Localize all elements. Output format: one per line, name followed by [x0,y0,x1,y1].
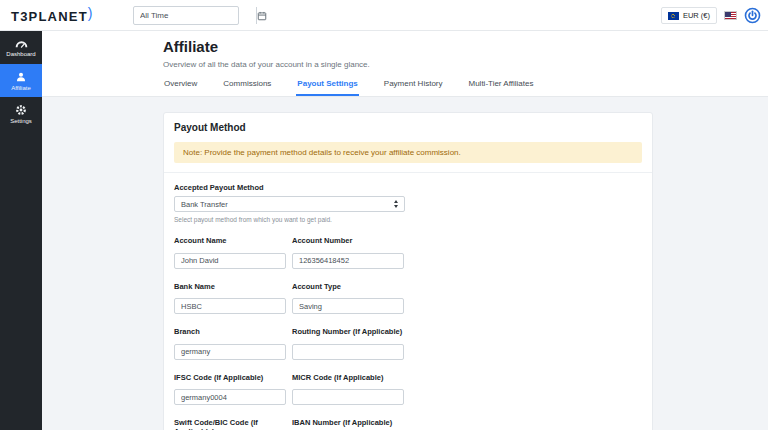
page-subtitle: Overview of all the data of your account… [163,60,370,69]
account-type-label: Account Type [292,282,404,291]
micr-code-if-applicable-input[interactable] [292,389,404,405]
logo-arc-icon: ) [88,5,94,21]
card-title: Payout Method [174,122,642,133]
sidebar-item-affiliate[interactable]: Affiliate [0,64,42,97]
bank-name-input[interactable] [174,298,286,314]
micr-code-if-applicable-label: MICR Code (If Applicable) [292,373,404,382]
field-account-type: Account Type [292,282,404,315]
payout-method-value: Bank Transfer [181,200,228,209]
field-micr-code-if-applicable: MICR Code (If Applicable) [292,373,404,406]
tab-bar: OverviewCommissionsPayout SettingsPaymen… [163,75,534,96]
sidebar-label-affiliate: Affiliate [11,85,31,91]
field-ifsc-code-if-applicable: IFSC Code (If Applicable) [174,373,286,406]
account-type-input[interactable] [292,298,404,314]
date-range-filter [133,6,239,25]
top-bar: T3PLANET) EUR (€) [0,0,768,31]
user-icon [15,71,27,83]
tab-overview[interactable]: Overview [163,75,198,96]
field-iban-number-if-applicable: IBAN Number (If Applicable) [292,418,404,430]
field-branch: Branch [174,327,286,360]
logo[interactable]: T3PLANET) [11,8,94,24]
payout-method-group: Accepted Payout Method Bank Transfer Sel… [174,183,405,223]
sidebar-item-settings[interactable]: Settings [0,97,42,130]
payout-form: Accepted Payout Method Bank Transfer Sel… [164,173,652,430]
sidebar-label-dashboard: Dashboard [6,51,35,57]
currency-selector-button[interactable]: EUR (€) [661,7,717,24]
eu-flag-icon [668,12,679,20]
ifsc-code-if-applicable-label: IFSC Code (If Applicable) [174,373,286,382]
payout-method-select[interactable]: Bank Transfer [174,196,405,212]
account-name-label: Account Name [174,236,286,245]
field-account-name: Account Name [174,236,286,269]
bank-name-label: Bank Name [174,282,286,291]
note-banner: Note: Provide the payment method details… [174,142,642,163]
swift-code-bic-code-if-applicable-label: Swift Code/BIC Code (If Applicable) [174,418,286,430]
content-area: Payout Method Note: Provide the payment … [42,97,768,430]
account-name-input[interactable] [174,253,286,269]
date-range-input[interactable] [134,7,256,24]
page-header: Affiliate Overview of all the data of yo… [42,31,768,97]
payout-method-help: Select payout method from which you want… [174,216,405,223]
tab-multi-tier-affiliates[interactable]: Multi-Tier Affiliates [468,75,535,96]
ifsc-code-if-applicable-input[interactable] [174,389,286,405]
power-icon[interactable] [744,7,761,24]
tab-payout-settings[interactable]: Payout Settings [296,75,358,96]
sidebar-item-dashboard[interactable]: Dashboard [0,31,42,64]
payout-method-card: Payout Method Note: Provide the payment … [163,112,653,430]
calendar-button[interactable] [256,7,267,24]
currency-label: EUR (€) [683,11,710,20]
page-title: Affiliate [163,38,218,55]
topbar-actions: EUR (€) [661,5,761,26]
sidebar: Dashboard Affiliate Settings [0,31,42,430]
iban-number-if-applicable-label: IBAN Number (If Applicable) [292,418,404,427]
account-number-label: Account Number [292,236,404,245]
gauge-icon [15,38,28,49]
tab-commissions[interactable]: Commissions [222,75,272,96]
routing-number-if-applicable-input[interactable] [292,344,404,360]
sidebar-label-settings: Settings [10,118,32,124]
gear-icon [15,104,27,116]
us-flag-icon[interactable] [724,11,737,20]
field-bank-name: Bank Name [174,282,286,315]
routing-number-if-applicable-label: Routing Number (If Applicable) [292,327,404,336]
branch-input[interactable] [174,344,286,360]
main-area: Affiliate Overview of all the data of yo… [42,31,768,430]
logo-text: T3PLANET [11,9,88,24]
calendar-icon [257,11,267,21]
form-grid: Account NameAccount NumberBank NameAccou… [174,236,404,430]
field-routing-number-if-applicable: Routing Number (If Applicable) [292,327,404,360]
accepted-payout-method-label: Accepted Payout Method [174,183,405,192]
account-number-input[interactable] [292,253,404,269]
card-header: Payout Method Note: Provide the payment … [164,113,652,173]
field-account-number: Account Number [292,236,404,269]
tab-payment-history[interactable]: Payment History [383,75,444,96]
field-swift-code-bic-code-if-applicable: Swift Code/BIC Code (If Applicable) [174,418,286,430]
select-arrows-icon [394,200,398,208]
branch-label: Branch [174,327,286,336]
